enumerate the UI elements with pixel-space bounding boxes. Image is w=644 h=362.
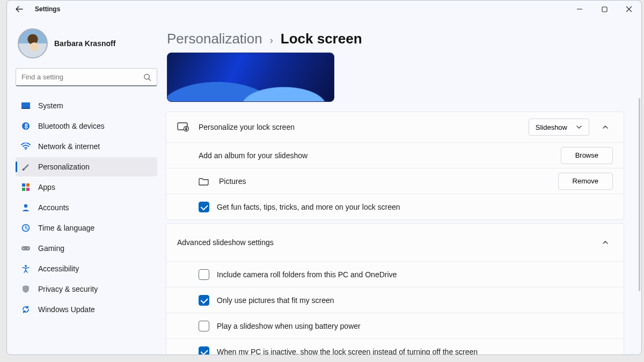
svg-point-13 — [23, 248, 24, 249]
advanced-heading: Advanced slideshow settings — [177, 238, 598, 247]
nav-label: Privacy & security — [38, 285, 98, 293]
system-icon — [21, 101, 31, 110]
profile-name: Barbara Krasnoff — [54, 39, 115, 48]
personalization-icon — [21, 162, 31, 172]
folder-icon — [199, 177, 209, 186]
lockscreen-preview[interactable] — [167, 53, 334, 102]
nav-gaming[interactable]: Gaming — [16, 239, 157, 258]
funfacts-row: Get fun facts, tips, tricks, and more on… — [166, 194, 624, 219]
personalize-label: Personalize your lock screen — [199, 123, 529, 131]
avatar — [18, 28, 48, 58]
shield-icon — [21, 284, 31, 294]
camera-roll-label: Include camera roll folders from this PC… — [217, 270, 613, 279]
nav-time-language[interactable]: Time & language — [16, 218, 157, 238]
update-icon — [21, 305, 31, 314]
breadcrumb-separator: › — [270, 35, 273, 46]
nav-accessibility[interactable]: Accessibility — [16, 259, 157, 278]
accounts-icon — [21, 203, 31, 212]
back-button[interactable] — [13, 3, 25, 15]
chevron-up-icon — [602, 123, 609, 131]
album-name: Pictures — [219, 177, 548, 186]
nav-label: Accessibility — [38, 264, 79, 273]
search-icon — [143, 73, 151, 81]
advanced-card: Advanced slideshow settings Include came… — [166, 223, 624, 354]
svg-rect-6 — [22, 183, 25, 187]
chevron-down-icon — [576, 124, 582, 130]
titlebar: Settings — [7, 1, 641, 18]
nav-label: Personalization — [38, 162, 90, 171]
maximize-icon — [602, 6, 608, 12]
nav-label: System — [38, 101, 63, 110]
personalize-row: Personalize your lock screen Slideshow — [166, 112, 624, 142]
maximize-button[interactable] — [592, 1, 617, 18]
funfacts-checkbox[interactable] — [199, 202, 209, 212]
nav-privacy[interactable]: Privacy & security — [16, 279, 157, 299]
breadcrumb: Personalization › Lock screen — [166, 31, 624, 47]
scrollbar[interactable] — [639, 98, 640, 291]
remove-button[interactable]: Remove — [558, 173, 613, 190]
mode-select[interactable]: Slideshow — [529, 119, 589, 136]
svg-rect-12 — [21, 246, 30, 250]
nav-list: System Bluetooth & devices Network & int… — [16, 96, 157, 319]
content: Personalization › Lock screen Personaliz… — [166, 18, 641, 354]
svg-point-10 — [24, 204, 27, 208]
nav-personalization[interactable]: Personalization — [16, 157, 157, 176]
personalize-card: Personalize your lock screen Slideshow A… — [166, 112, 624, 220]
nav-label: Network & internet — [38, 142, 100, 151]
arrow-left-icon — [15, 5, 24, 13]
window-title: Settings — [35, 5, 60, 13]
nav-bluetooth[interactable]: Bluetooth & devices — [16, 116, 157, 136]
nav-label: Bluetooth & devices — [38, 122, 105, 130]
breadcrumb-parent[interactable]: Personalization — [167, 31, 262, 47]
nav-label: Apps — [38, 183, 55, 191]
search-input[interactable] — [21, 73, 151, 81]
add-album-label: Add an album for your slideshow — [177, 151, 561, 160]
inactive-row: When my PC is inactive, show the lock sc… — [166, 338, 624, 354]
clock-icon — [21, 223, 31, 233]
search-box[interactable] — [16, 68, 157, 86]
svg-rect-8 — [22, 188, 25, 191]
battery-checkbox[interactable] — [199, 321, 209, 331]
svg-rect-7 — [26, 183, 30, 187]
fit-screen-label: Only use pictures that fit my screen — [217, 296, 613, 305]
fit-screen-row: Only use pictures that fit my screen — [166, 287, 624, 313]
add-album-row: Add an album for your slideshow Browse — [166, 142, 624, 168]
album-row: Pictures Remove — [166, 168, 624, 194]
fit-screen-checkbox[interactable] — [199, 295, 209, 306]
svg-rect-2 — [21, 102, 30, 108]
camera-roll-checkbox[interactable] — [199, 269, 209, 280]
inactive-checkbox[interactable] — [199, 346, 209, 355]
browse-button[interactable]: Browse — [561, 147, 613, 164]
sidebar: Barbara Krasnoff System Bluetooth & devi… — [7, 18, 166, 354]
chevron-up-icon — [602, 239, 609, 246]
svg-point-5 — [25, 149, 27, 150]
close-button[interactable] — [617, 1, 641, 18]
apps-icon — [21, 182, 31, 192]
collapse-advanced[interactable] — [598, 235, 613, 250]
titlebar-left: Settings — [13, 3, 60, 15]
nav-label: Gaming — [38, 244, 64, 253]
collapse-personalize[interactable] — [598, 120, 613, 135]
mode-selected: Slideshow — [536, 123, 567, 131]
nav-system[interactable]: System — [16, 96, 157, 115]
settings-window: Settings Barbara Krasnoff — [6, 0, 642, 355]
nav-apps[interactable]: Apps — [16, 178, 157, 197]
minimize-icon — [576, 6, 583, 12]
svg-rect-18 — [185, 129, 187, 130]
gaming-icon — [21, 243, 31, 253]
svg-point-14 — [27, 248, 28, 249]
nav-accounts[interactable]: Accounts — [16, 198, 157, 217]
nav-label: Windows Update — [38, 305, 95, 314]
content-inner: Personalization › Lock screen Personaliz… — [166, 28, 637, 354]
advanced-heading-row[interactable]: Advanced slideshow settings — [166, 224, 624, 261]
bluetooth-icon — [21, 121, 31, 131]
profile[interactable]: Barbara Krasnoff — [16, 22, 157, 68]
svg-point-1 — [144, 74, 149, 79]
inactive-label: When my PC is inactive, show the lock sc… — [217, 348, 613, 355]
minimize-button[interactable] — [567, 1, 592, 18]
svg-rect-3 — [21, 108, 30, 109]
camera-roll-row: Include camera roll folders from this PC… — [166, 261, 624, 287]
nav-label: Accounts — [38, 203, 69, 212]
nav-windows-update[interactable]: Windows Update — [16, 300, 157, 319]
nav-network[interactable]: Network & internet — [16, 137, 157, 156]
